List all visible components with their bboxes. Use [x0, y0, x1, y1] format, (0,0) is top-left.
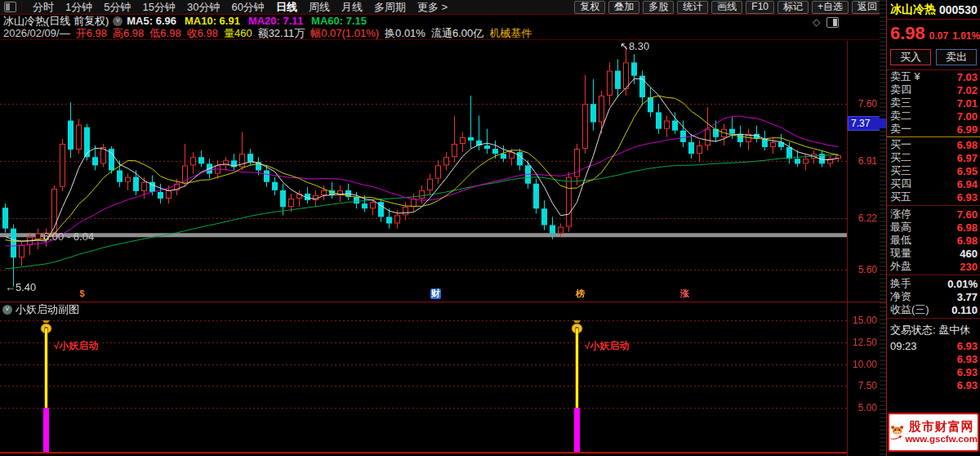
stat-row-收益(三): 收益(三)0.110: [887, 303, 980, 316]
ohlc-token-1: 开6.98: [76, 26, 107, 41]
window-split-icon[interactable]: [4, 2, 16, 12]
period-tab-周线[interactable]: 周线: [303, 0, 336, 15]
period-tab-多周期[interactable]: 多周期: [368, 0, 412, 15]
axis-label-5.60: 5.60: [858, 264, 877, 275]
event-marker-$[interactable]: $: [77, 288, 87, 299]
ad-site-url: www.gscfw.com: [905, 434, 978, 445]
main-chart[interactable]: ←5.40↖8.306.00 - 6.04$财榜涨: [0, 41, 847, 302]
stat-value: 6.98: [957, 221, 978, 234]
ask-label: 卖一: [890, 122, 911, 136]
subchart-header[interactable]: ˅ 小妖启动副图: [0, 303, 847, 316]
toolbar-button-返回[interactable]: 返回: [852, 1, 883, 14]
ask-row-1[interactable]: 卖五 ¥7.03: [887, 70, 980, 83]
tick-list: 09:236.936.936.936.93: [887, 339, 980, 391]
subchart-gridline-12.50: [0, 342, 847, 343]
period-tab-5分钟[interactable]: 5分钟: [98, 0, 136, 15]
ask-price: 7.01: [957, 97, 978, 110]
event-marker-涨[interactable]: 涨: [679, 288, 690, 299]
tick-price: 6.93: [957, 340, 978, 352]
price-change: 0.07: [929, 30, 948, 42]
ohlc-token-3: 低6.98: [149, 26, 180, 41]
price-tag: 7.37: [848, 116, 882, 131]
period-tab-月线[interactable]: 月线: [336, 0, 368, 15]
bid-label: 买五: [890, 190, 911, 204]
ask-levels: 卖五 ¥7.03卖四7.02卖三7.01卖二7.00卖一6.99: [887, 70, 980, 136]
signal-line: [45, 329, 47, 408]
bid-row-1[interactable]: 买一6.98: [887, 138, 980, 151]
tick-row-3: 6.93: [887, 365, 980, 378]
period-tab-日线[interactable]: 日线: [270, 0, 303, 15]
axis-label-6.22: 6.22: [858, 212, 877, 224]
chart-bottom-border: [0, 302, 886, 302]
gscfw-ad-logo[interactable]: 股市财富网 www.gscfw.com: [888, 413, 979, 452]
subchart-gridline-7.50: [0, 386, 847, 387]
bull-icon: [889, 415, 905, 449]
trade-status: 交易状态: 盘中休: [887, 320, 980, 339]
stat-row-净资: 净资3.77: [887, 290, 980, 303]
period-tab-更多 >[interactable]: 更多 >: [412, 0, 453, 15]
stat-value: 0.01%: [947, 278, 978, 290]
bid-price: 6.93: [957, 191, 978, 203]
subchart[interactable]: $√小妖启动$√小妖启动: [0, 317, 847, 456]
toolbar-button-多股[interactable]: 多股: [643, 1, 674, 14]
stats-block-2: 换手0.01%净资3.77收益(三)0.110: [887, 277, 980, 316]
last-price: 6.98: [890, 23, 925, 44]
ask-row-4[interactable]: 卖二7.00: [887, 110, 980, 123]
diamond-icon[interactable]: ◇: [813, 16, 820, 28]
subchart-gridline-5.00: [0, 408, 847, 409]
period-tab-15分钟[interactable]: 15分钟: [136, 0, 180, 15]
toolbar-button-画线[interactable]: 画线: [711, 1, 742, 14]
period-tab-分时[interactable]: 分时: [27, 0, 60, 15]
stock-code: 000530: [939, 3, 978, 16]
toolbar-button-复权[interactable]: 复权: [574, 1, 605, 14]
tick-price: 6.93: [957, 353, 978, 365]
main-price-axis: 7.606.916.225.607.37: [848, 41, 880, 302]
bid-row-5[interactable]: 买五6.93: [887, 190, 980, 203]
strip-price-mark: [880, 118, 886, 128]
panel-toggle-icon[interactable]: [826, 17, 839, 28]
toolbar-button-叠加[interactable]: 叠加: [608, 1, 639, 14]
high-price-annotation: ↖8.30: [620, 40, 649, 52]
ask-row-5[interactable]: 卖一6.99: [887, 123, 980, 136]
chevron-down-icon[interactable]: ˅: [113, 16, 122, 26]
subchart-gridline-10.00: [0, 364, 847, 365]
candlestick-canvas[interactable]: [0, 41, 847, 302]
toolbar-button-统计[interactable]: 统计: [677, 1, 708, 14]
ohlc-token-4: 收6.98: [187, 26, 218, 41]
ask-row-2[interactable]: 卖四7.02: [887, 83, 980, 96]
stock-name-row: 冰山冷热 000530: [887, 0, 980, 20]
subchart-title: 小妖启动副图: [16, 302, 79, 317]
period-tab-60分钟[interactable]: 60分钟: [225, 0, 270, 15]
tick-time: 09:23: [890, 340, 917, 352]
stat-value: 3.77: [957, 291, 978, 303]
sell-button[interactable]: 卖出: [936, 49, 977, 65]
bid-row-2[interactable]: 买二6.97: [887, 151, 980, 164]
axis-label-6.91: 6.91: [858, 155, 877, 167]
ask-row-3[interactable]: 卖三7.01: [887, 96, 980, 110]
event-marker-财[interactable]: 财: [430, 288, 441, 299]
stat-value: 460: [960, 248, 978, 260]
toolbar-button-标记[interactable]: 标记: [777, 1, 808, 14]
period-tab-30分钟[interactable]: 30分钟: [181, 0, 225, 15]
event-marker-榜[interactable]: 榜: [575, 288, 586, 299]
stat-row-外盘: 外盘230: [887, 260, 980, 273]
subchart-gridline-15.00: [0, 320, 847, 321]
collapse-icon[interactable]: ˅: [2, 305, 12, 315]
stat-row-最高: 最高6.98: [887, 221, 980, 234]
toolbar-button-F10[interactable]: F10: [746, 1, 774, 14]
subaxis-label-10.00: 10.00: [853, 359, 877, 370]
period-tab-1分钟[interactable]: 1分钟: [60, 0, 98, 15]
bid-price: 6.98: [957, 139, 978, 151]
bid-row-3[interactable]: 买三6.95: [887, 164, 980, 177]
ohlc-token-5: 量460: [224, 26, 252, 41]
toolbar-button-+自选[interactable]: +自选: [812, 1, 849, 14]
stat-value: 6.98: [957, 235, 978, 247]
stock-name: 冰山冷热: [890, 2, 936, 17]
bid-price: 6.97: [957, 152, 978, 164]
ohlc-token-7: 幅0.07(1.01%): [310, 26, 379, 41]
tick-row-4: 6.93: [887, 378, 980, 391]
subaxis-label-12.50: 12.50: [853, 337, 877, 348]
buy-button[interactable]: 买入: [890, 49, 931, 65]
subaxis-label-7.50: 7.50: [858, 380, 877, 391]
bid-row-4[interactable]: 买四6.94: [887, 177, 980, 190]
